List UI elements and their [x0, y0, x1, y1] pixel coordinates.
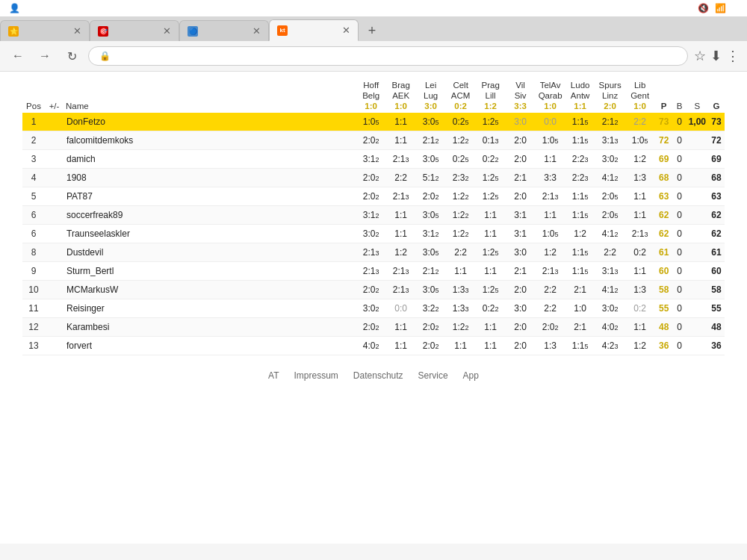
table-row: 6Traunseelaskler3:021:13:121:221:13:11:0…: [22, 225, 725, 243]
table-row: 8Dustdevil2:131:23:052:21:253:01:21:152:…: [22, 243, 725, 262]
cell-score-6: 1:1: [536, 206, 565, 225]
tab-close-3[interactable]: ✕: [252, 25, 261, 37]
tab-el-gruppenphase[interactable]: ⭐ ✕: [0, 20, 90, 41]
cell-pos: 9: [22, 262, 45, 281]
tab-close-4[interactable]: ✕: [342, 25, 350, 36]
th-s: S: [686, 102, 708, 113]
cell-score-9: 1:1: [625, 262, 655, 281]
cell-points: 58: [655, 281, 673, 299]
nav-bar: ← → ↻ 🔒 ☆ ⬇ ⋮: [0, 41, 747, 72]
cell-score-3: 1:22: [446, 318, 476, 337]
cell-score-7: 2:1: [565, 281, 595, 299]
cell-score-4: 1:1: [476, 262, 506, 281]
cell-b: 0: [673, 337, 686, 355]
cell-score-4: 0:22: [476, 150, 506, 169]
cell-pos: 2: [22, 131, 45, 150]
back-button[interactable]: ←: [7, 46, 28, 66]
cell-plusminus: [45, 187, 63, 206]
cell-score-8: 4:23: [595, 337, 625, 355]
footer-datenschutz[interactable]: Datenschutz: [353, 370, 403, 381]
cell-score-7: 1:15: [565, 187, 595, 206]
forward-button[interactable]: →: [34, 46, 55, 66]
cell-b: 0: [673, 150, 686, 169]
cell-score-0: 3:02: [356, 225, 386, 243]
cell-score-1: 1:1: [386, 318, 416, 337]
cell-score-1: 1:1: [386, 131, 416, 150]
cell-score-0: 3:12: [356, 206, 386, 225]
cell-plusminus: [45, 281, 63, 299]
th-plusminus: +/-: [45, 102, 63, 113]
cell-score-2: 2:02: [416, 187, 446, 206]
cell-points: 72: [655, 131, 673, 150]
tab-livespiele[interactable]: 🎯 ✕: [90, 20, 179, 41]
cell-score-4: 1:25: [476, 243, 506, 262]
table-row: 6soccerfreak893:121:13:051:221:13:11:11:…: [22, 206, 725, 225]
cell-name: MCMarkusW: [63, 281, 356, 299]
cell-name: damich: [63, 150, 356, 169]
cell-plusminus: [45, 206, 63, 225]
col-telav-qarab: TelAvQarab: [536, 79, 565, 102]
cell-name: falcomitdemkoks: [63, 131, 356, 150]
cell-score-5: 2:1: [506, 169, 536, 187]
cell-score-2: 3:05: [416, 281, 446, 299]
cell-score-6: 1:2: [536, 243, 565, 262]
col-b: [673, 79, 686, 102]
cell-b: 0: [673, 225, 686, 243]
cell-s: [686, 150, 708, 169]
scores-table: HoffBelg BragAEK LeiLug CeltACM PragLill…: [22, 79, 725, 355]
table-row: 9Sturm_Bertl2:132:132:121:11:12:12:131:1…: [22, 262, 725, 281]
cell-score-0: 3:12: [356, 150, 386, 169]
cell-score-4: 1:1: [476, 318, 506, 337]
tab-ec-tippspiel[interactable]: 🔵 ✕: [179, 20, 269, 41]
cell-g: 61: [708, 243, 725, 262]
cell-g: 62: [708, 206, 725, 225]
cell-score-7: 2:23: [565, 150, 595, 169]
col-spurs-linz: SpursLinz: [595, 79, 625, 102]
reload-button[interactable]: ↻: [61, 46, 82, 66]
cell-score-6: 2:13: [536, 187, 565, 206]
cell-score-6: 2:02: [536, 318, 565, 337]
cell-score-9: 0:2: [625, 299, 655, 318]
new-tab-button[interactable]: +: [362, 20, 382, 41]
cell-score-3: 1:22: [446, 187, 476, 206]
cell-g: 62: [708, 225, 725, 243]
footer-app[interactable]: App: [463, 370, 479, 381]
lock-icon: 🔒: [99, 51, 111, 61]
tab-favicon-3: 🔵: [187, 26, 198, 37]
th-score-10: 1:0: [625, 102, 655, 113]
cell-points: 61: [655, 243, 673, 262]
url-bar[interactable]: 🔒: [88, 46, 688, 66]
cell-score-4: 1:25: [476, 281, 506, 299]
cell-b: 0: [673, 262, 686, 281]
cell-g: 36: [708, 337, 725, 355]
cell-g: 69: [708, 150, 725, 169]
cell-score-1: 2:13: [386, 262, 416, 281]
footer-impressum[interactable]: Impressum: [294, 370, 338, 381]
cell-score-7: 1:15: [565, 113, 595, 131]
cell-g: 63: [708, 187, 725, 206]
cell-score-1: 1:1: [386, 337, 416, 355]
th-g: G: [708, 102, 725, 113]
cell-s: [686, 337, 708, 355]
tab-close-1[interactable]: ✕: [73, 25, 81, 37]
menu-icon[interactable]: ⋮: [726, 48, 740, 64]
cell-score-0: 2:02: [356, 131, 386, 150]
cell-score-4: 0:22: [476, 299, 506, 318]
cell-score-9: 2:2: [625, 113, 655, 131]
col-s: [686, 79, 708, 102]
cell-points: 73: [655, 113, 673, 131]
cell-score-5: 2:0: [506, 337, 536, 355]
download-icon[interactable]: ⬇: [710, 48, 722, 64]
cell-plusminus: [45, 131, 63, 150]
tab-close-2[interactable]: ✕: [163, 25, 171, 37]
footer-service[interactable]: Service: [418, 370, 448, 381]
th-b: B: [673, 102, 686, 113]
cell-plusminus: [45, 299, 63, 318]
tab-favicon-2: 🎯: [98, 26, 108, 37]
star-icon[interactable]: ☆: [694, 48, 706, 64]
footer-at[interactable]: AT: [268, 370, 279, 381]
cell-score-6: 2:2: [536, 299, 565, 318]
cell-b: 0: [673, 169, 686, 187]
tab-active-tippspiel[interactable]: kt ✕: [269, 19, 359, 41]
cell-score-2: 2:02: [416, 337, 446, 355]
